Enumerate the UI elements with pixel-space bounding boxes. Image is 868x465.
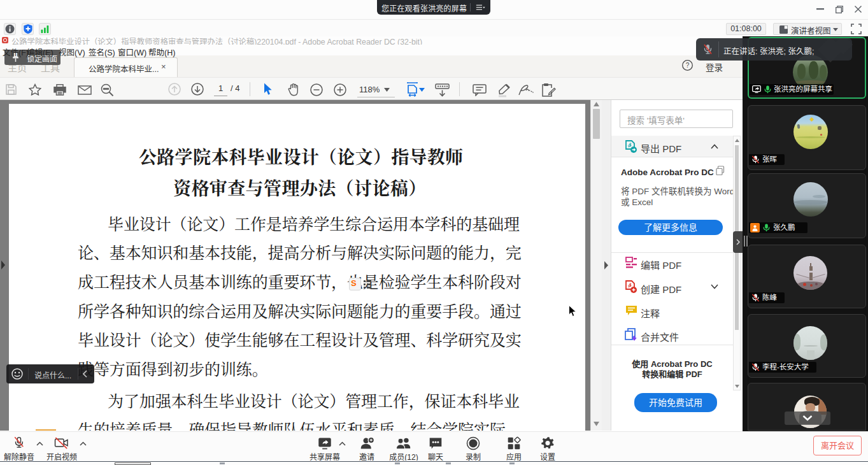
svg-text:?: ? [686, 62, 690, 69]
